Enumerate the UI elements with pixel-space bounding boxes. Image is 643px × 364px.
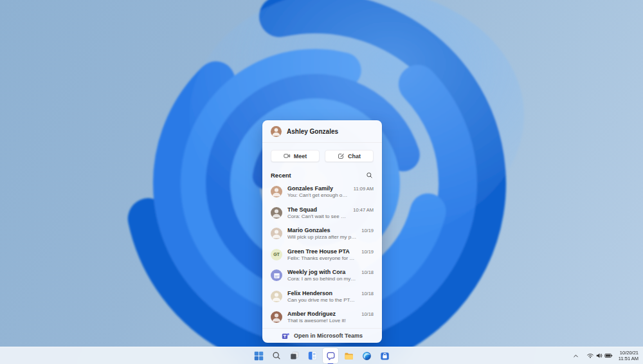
action-buttons-row: Meet Chat <box>262 143 382 168</box>
widgets-icon <box>308 351 317 360</box>
avatar-initials: GT <box>271 249 282 260</box>
system-tray: 10/20/21 11:51 AM <box>571 347 638 364</box>
chat-button[interactable]: Chat <box>325 150 374 162</box>
user-name: Ashley Gonzales <box>287 128 338 135</box>
chat-item-texts: Weekly jog with Cora Cora: I am so behin… <box>287 269 356 282</box>
chat-list-item[interactable]: GT Green Tree House PTA Felix: Thanks ev… <box>262 246 382 267</box>
task-view-button[interactable] <box>287 348 302 363</box>
wifi-icon <box>586 352 594 359</box>
search-icon <box>272 351 281 360</box>
desktop: Ashley Gonzales Meet Chat Recent <box>0 0 643 364</box>
chat-button-label: Chat <box>348 153 361 159</box>
chat-preview: That is awesome! Love it! <box>287 318 356 324</box>
chevron-up-icon <box>572 352 579 359</box>
chat-list-item[interactable]: Amber Rodriguez That is awesome! Love it… <box>262 308 382 328</box>
chat-timestamp: 10/18 <box>361 311 374 318</box>
chat-item-texts: Gonzales Family You: Can't get enough of… <box>287 185 349 199</box>
chat-list-item[interactable]: Mario Gonzales Will pick up pizza after … <box>262 224 382 246</box>
compose-icon <box>338 152 345 159</box>
chat-preview: Cora: Can't wait to see everyone! <box>287 214 348 220</box>
meet-button[interactable]: Meet <box>271 150 320 162</box>
video-camera-icon <box>284 152 291 159</box>
calendar-icon <box>273 272 280 279</box>
chat-list-item[interactable]: Gonzales Family You: Can't get enough of… <box>262 183 382 204</box>
avatar <box>271 269 282 281</box>
avatar <box>271 207 282 219</box>
task-view-icon <box>290 351 299 360</box>
person-icon <box>271 207 282 219</box>
chat-preview: You: Can't get enough of her. <box>287 192 349 199</box>
chat-preview: Cora: I am so behind on my step goals. <box>287 276 356 282</box>
teams-chat-flyout: Ashley Gonzales Meet Chat Recent <box>262 120 382 343</box>
person-icon <box>271 291 282 302</box>
tray-time: 11:51 AM <box>619 356 638 362</box>
chat-name: The Squad <box>287 206 348 214</box>
chat-list-item[interactable]: The Squad Cora: Can't wait to see everyo… <box>262 204 382 225</box>
chat-name: Green Tree House PTA <box>287 248 356 255</box>
battery-icon <box>604 352 613 359</box>
avatar <box>271 311 282 323</box>
chat-item-texts: Amber Rodriguez That is awesome! Love it… <box>287 311 356 324</box>
chat-list-item[interactable]: Felix Henderson Can you drive me to the … <box>262 287 382 309</box>
teams-icon <box>282 332 290 340</box>
taskbar: 10/20/21 11:51 AM <box>0 347 643 364</box>
edge-browser-icon <box>362 351 372 361</box>
edge-browser-button[interactable] <box>359 348 374 363</box>
avatar <box>271 186 282 197</box>
chat-timestamp: 11:09 AM <box>354 185 374 192</box>
recent-label: Recent <box>271 172 291 179</box>
avatar-initials-text: GT <box>273 252 280 257</box>
avatar <box>271 228 282 239</box>
chat-name: Weekly jog with Cora <box>287 269 356 276</box>
chat-preview: Can you drive me to the PTA today? <box>287 297 356 304</box>
clock-date-button[interactable]: 10/20/21 11:51 AM <box>619 350 638 362</box>
chat-timestamp: 10/18 <box>361 269 374 276</box>
chat-name: Gonzales Family <box>287 185 349 192</box>
start-button[interactable] <box>251 348 266 363</box>
widgets-button[interactable] <box>305 348 320 363</box>
chat-bubble-icon <box>326 351 336 361</box>
search-button[interactable] <box>269 348 284 363</box>
search-icon <box>366 172 373 179</box>
search-button[interactable] <box>365 170 374 179</box>
store-icon <box>380 351 390 361</box>
open-in-teams-label: Open in Microsoft Teams <box>294 332 363 339</box>
recent-header-row: Recent <box>262 168 382 181</box>
avatar <box>271 126 282 137</box>
chat-name: Mario Gonzales <box>287 227 356 234</box>
file-explorer-button[interactable] <box>341 348 356 363</box>
recent-chat-list: Gonzales Family You: Can't get enough of… <box>262 181 382 328</box>
avatar <box>271 291 282 302</box>
chat-item-texts: The Squad Cora: Can't wait to see everyo… <box>287 206 348 220</box>
person-icon <box>271 186 282 197</box>
network-volume-battery-button[interactable] <box>585 350 614 361</box>
chat-timestamp: 10/18 <box>361 290 374 297</box>
volume-icon <box>595 352 603 359</box>
open-in-teams-button[interactable]: Open in Microsoft Teams <box>262 328 382 343</box>
taskbar-icon-group <box>251 347 392 364</box>
person-icon <box>271 311 282 323</box>
microsoft-store-button[interactable] <box>377 348 392 363</box>
chat-timestamp: 10:47 AM <box>353 206 374 214</box>
windows-start-icon <box>254 351 264 361</box>
chat-preview: Felix: Thanks everyone for attending tod… <box>287 255 356 262</box>
chat-timestamp: 10/19 <box>361 227 374 234</box>
chat-item-texts: Green Tree House PTA Felix: Thanks every… <box>287 248 356 262</box>
tray-date: 10/20/21 <box>619 350 638 356</box>
chat-name: Felix Henderson <box>287 290 356 297</box>
chat-item-texts: Mario Gonzales Will pick up pizza after … <box>287 227 356 241</box>
chat-item-texts: Felix Henderson Can you drive me to the … <box>287 290 356 304</box>
chat-taskbar-button[interactable] <box>323 348 338 363</box>
folder-icon <box>344 351 354 361</box>
meet-button-label: Meet <box>294 153 307 159</box>
chat-timestamp: 10/19 <box>361 248 374 255</box>
chat-name: Amber Rodriguez <box>287 311 356 318</box>
flyout-header: Ashley Gonzales <box>262 120 382 143</box>
chat-preview: Will pick up pizza after my practice. <box>287 234 356 241</box>
hidden-icons-button[interactable] <box>571 351 581 361</box>
chat-list-item[interactable]: Weekly jog with Cora Cora: I am so behin… <box>262 266 382 287</box>
person-icon <box>271 126 282 137</box>
person-icon <box>271 228 282 239</box>
